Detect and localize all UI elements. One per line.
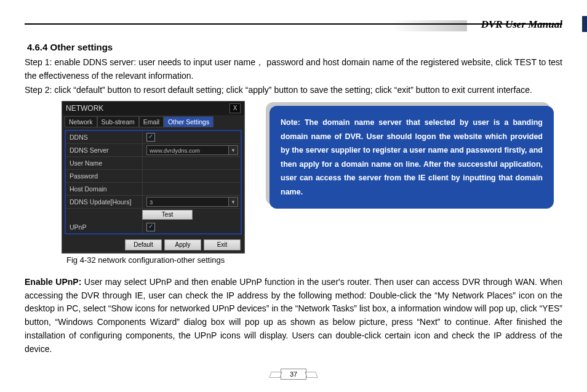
hostdomain-input[interactable] (143, 183, 241, 195)
tab-network[interactable]: Network (65, 116, 97, 127)
upnp-checkbox[interactable]: ✓ (146, 223, 155, 231)
note-box: Note: The domain name server that select… (270, 106, 554, 209)
exit-button[interactable]: Exit (204, 239, 241, 250)
header-gradient-decor (393, 20, 467, 31)
network-dialog: NETWORK X Network Sub-stream Email Other… (62, 101, 245, 254)
password-input[interactable] (143, 170, 241, 182)
test-button[interactable]: Test (142, 210, 193, 220)
step2-text: Step 2: click “default” button to resort… (25, 84, 562, 97)
section-heading: 4.6.4 Other settings (27, 42, 562, 52)
note-text: Note: The domain name server that select… (270, 106, 554, 209)
row-username-label: User Name (66, 157, 143, 169)
ddns-server-value: www.dvrdydns.com (150, 147, 200, 154)
tab-other-settings[interactable]: Other Settings (164, 116, 214, 127)
chevron-down-icon: ▼ (228, 198, 238, 206)
ddns-server-select[interactable]: www.dvrdydns.com ▼ (146, 145, 238, 155)
manual-title: DVR User Manual (481, 18, 562, 31)
row-upnp-label: UPnP (66, 221, 143, 233)
default-button[interactable]: Default (125, 239, 162, 250)
username-input[interactable] (143, 157, 241, 169)
dialog-body: DDNS ✓ DDNS Server www.dvrdydns.com ▼ (65, 130, 242, 234)
close-button[interactable]: X (230, 103, 241, 113)
row-ddns-update-label: DDNS Update[Hours] (66, 196, 143, 208)
row-ddns-label: DDNS (66, 131, 143, 143)
step1-text: Step 1: enable DDNS server: user needs t… (25, 56, 562, 82)
enable-upnp-paragraph: Enable UPnP: User may select UPnP and th… (25, 276, 562, 356)
page-number: 37 (281, 369, 306, 380)
row-ddns-server-label: DDNS Server (66, 144, 143, 156)
row-hostdomain-label: Host Domain (66, 183, 143, 195)
tab-email[interactable]: Email (139, 116, 164, 127)
chevron-down-icon: ▼ (228, 146, 238, 154)
ddns-update-select[interactable]: 3 ▼ (146, 197, 238, 207)
ddns-update-value: 3 (150, 199, 153, 206)
row-password-label: Password (66, 170, 143, 182)
apply-button[interactable]: Apply (164, 239, 201, 250)
dialog-footer: Default Apply Exit (62, 237, 244, 253)
figure-caption: Fig 4-32 network configuration-other set… (62, 255, 245, 265)
dialog-titlebar: NETWORK X (62, 102, 244, 115)
tab-substream[interactable]: Sub-stream (97, 116, 139, 127)
enable-upnp-bold: Enable UPnP: (25, 277, 84, 287)
dialog-tabs: Network Sub-stream Email Other Settings (62, 115, 244, 130)
header-rule (25, 23, 562, 25)
header-bar-decor (582, 16, 587, 32)
ddns-checkbox[interactable]: ✓ (146, 133, 155, 142)
enable-upnp-text: User may select UPnP and then enable UPn… (25, 277, 562, 353)
page-number-wrap: 37 (0, 369, 587, 380)
dialog-title: NETWORK (66, 104, 230, 113)
